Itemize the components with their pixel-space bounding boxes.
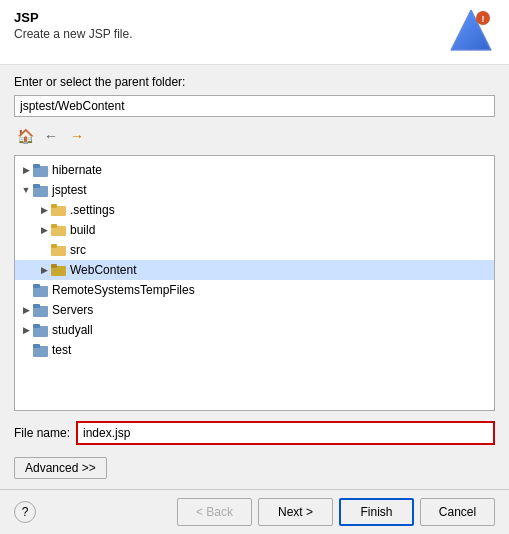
finish-button[interactable]: Finish [339, 498, 414, 526]
dialog-title: JSP [14, 10, 133, 25]
tree-label-webcontent: WebContent [70, 263, 137, 277]
tree-item-test[interactable]: ▶ test [15, 340, 494, 360]
svg-rect-17 [33, 284, 40, 288]
expand-studyall[interactable]: ▶ [19, 323, 33, 337]
expand-hibernate[interactable]: ▶ [19, 163, 33, 177]
dialog-content: Enter or select the parent folder: 🏠 ← →… [0, 65, 509, 489]
tree-label-src: src [70, 243, 86, 257]
svg-rect-19 [33, 304, 40, 308]
tree-label-studyall: studyall [52, 323, 93, 337]
package-icon-remotesystems [33, 282, 49, 298]
folder-icon-src [51, 242, 67, 258]
svg-rect-13 [51, 244, 57, 248]
tree-item-hibernate[interactable]: ▶ hibernate [15, 160, 494, 180]
footer-left: ? [14, 501, 36, 523]
file-name-input[interactable] [76, 421, 495, 445]
parent-folder-label: Enter or select the parent folder: [14, 75, 495, 89]
tree-item-remotesystems[interactable]: ▶ RemoteSystemsTempFiles [15, 280, 494, 300]
folder-tree[interactable]: ▶ hibernate ▼ jsptest ▶ [14, 155, 495, 411]
svg-rect-21 [33, 324, 40, 328]
tree-item-jsptest[interactable]: ▼ jsptest [15, 180, 494, 200]
back-button[interactable]: < Back [177, 498, 252, 526]
file-name-label: File name: [14, 426, 70, 440]
tree-label-settings: .settings [70, 203, 115, 217]
svg-rect-7 [33, 184, 40, 188]
svg-rect-23 [33, 344, 40, 348]
package-icon-hibernate [33, 162, 49, 178]
cancel-button[interactable]: Cancel [420, 498, 495, 526]
header-text-area: JSP Create a new JSP file. [14, 10, 133, 41]
next-button[interactable]: Next > [258, 498, 333, 526]
expand-webcontent[interactable]: ▶ [37, 263, 51, 277]
dialog-subtitle: Create a new JSP file. [14, 27, 133, 41]
tree-label-servers: Servers [52, 303, 93, 317]
tree-label-hibernate: hibernate [52, 163, 102, 177]
parent-folder-input[interactable] [14, 95, 495, 117]
svg-text:!: ! [482, 14, 485, 24]
expand-build[interactable]: ▶ [37, 223, 51, 237]
svg-rect-5 [33, 164, 40, 168]
tree-label-remotesystems: RemoteSystemsTempFiles [52, 283, 195, 297]
package-icon-studyall [33, 322, 49, 338]
help-button[interactable]: ? [14, 501, 36, 523]
footer-buttons: < Back Next > Finish Cancel [177, 498, 495, 526]
tree-label-test: test [52, 343, 71, 357]
home-button[interactable]: 🏠 [14, 125, 36, 147]
tree-item-src[interactable]: ▶ src [15, 240, 494, 260]
file-name-row: File name: [14, 421, 495, 445]
folder-icon-settings [51, 202, 67, 218]
dialog-footer: ? < Back Next > Finish Cancel [0, 489, 509, 534]
dialog-icon: ! [447, 6, 495, 54]
project-icon-jsptest [33, 182, 49, 198]
back-button[interactable]: ← [40, 125, 62, 147]
folder-toolbar: 🏠 ← → [14, 123, 495, 149]
package-icon-servers [33, 302, 49, 318]
package-icon-test [33, 342, 49, 358]
dialog: JSP Create a new JSP file. ! Enter or se… [0, 0, 509, 534]
svg-rect-15 [51, 264, 57, 268]
dialog-header: JSP Create a new JSP file. ! [0, 0, 509, 65]
folder-icon-build [51, 222, 67, 238]
expand-jsptest[interactable]: ▼ [19, 183, 33, 197]
tree-item-servers[interactable]: ▶ Servers [15, 300, 494, 320]
expand-servers[interactable]: ▶ [19, 303, 33, 317]
tree-item-webcontent[interactable]: ▶ WebContent [15, 260, 494, 280]
advanced-button[interactable]: Advanced >> [14, 457, 107, 479]
expand-settings[interactable]: ▶ [37, 203, 51, 217]
tree-item-studyall[interactable]: ▶ studyall [15, 320, 494, 340]
tree-label-build: build [70, 223, 95, 237]
folder-icon-webcontent [51, 262, 67, 278]
tree-item-settings[interactable]: ▶ .settings [15, 200, 494, 220]
advanced-row: Advanced >> [14, 457, 495, 479]
tree-item-build[interactable]: ▶ build [15, 220, 494, 240]
svg-rect-9 [51, 204, 57, 208]
forward-button[interactable]: → [66, 125, 88, 147]
tree-label-jsptest: jsptest [52, 183, 87, 197]
svg-rect-11 [51, 224, 57, 228]
